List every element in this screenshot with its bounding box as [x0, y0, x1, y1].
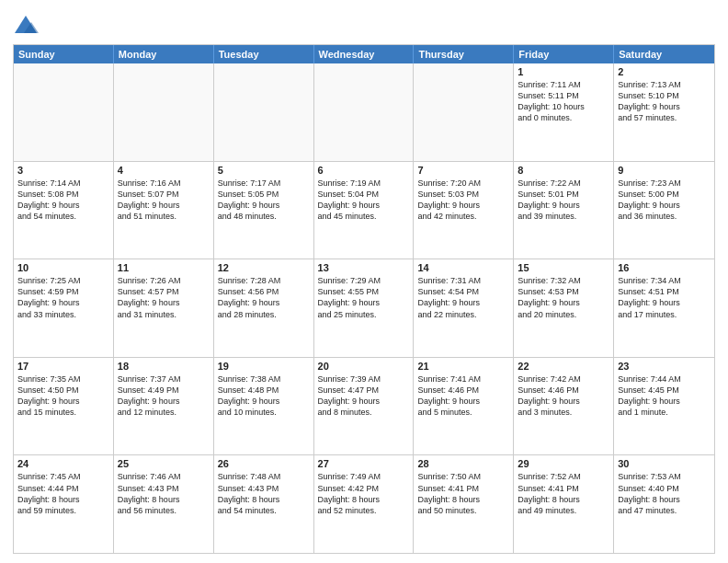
header-cell-thursday: Thursday [414, 45, 514, 63]
day-cell-16: 16Sunrise: 7:34 AM Sunset: 4:51 PM Dayli… [614, 259, 714, 357]
day-number: 22 [518, 361, 609, 372]
day-number: 7 [417, 165, 509, 176]
day-number: 17 [17, 361, 109, 372]
logo [13, 13, 42, 39]
day-info: Sunrise: 7:22 AM Sunset: 5:01 PM Dayligh… [518, 178, 609, 223]
top-section [13, 9, 715, 39]
day-cell-24: 24Sunrise: 7:45 AM Sunset: 4:44 PM Dayli… [14, 455, 114, 553]
day-number: 30 [618, 458, 711, 469]
day-info: Sunrise: 7:28 AM Sunset: 4:56 PM Dayligh… [218, 275, 310, 320]
day-info: Sunrise: 7:53 AM Sunset: 4:40 PM Dayligh… [618, 471, 711, 516]
header-cell-saturday: Saturday [614, 45, 714, 63]
day-cell-1: 1Sunrise: 7:11 AM Sunset: 5:11 PM Daylig… [514, 63, 614, 161]
day-number: 5 [218, 165, 310, 176]
day-info: Sunrise: 7:14 AM Sunset: 5:08 PM Dayligh… [17, 178, 109, 223]
header-cell-friday: Friday [514, 45, 614, 63]
day-info: Sunrise: 7:44 AM Sunset: 4:45 PM Dayligh… [618, 373, 711, 419]
calendar-row-1: 3Sunrise: 7:14 AM Sunset: 5:08 PM Daylig… [14, 161, 714, 259]
day-number: 25 [118, 458, 210, 469]
day-cell-23: 23Sunrise: 7:44 AM Sunset: 4:45 PM Dayli… [614, 358, 714, 455]
day-cell-29: 29Sunrise: 7:52 AM Sunset: 4:41 PM Dayli… [514, 455, 614, 553]
day-info: Sunrise: 7:31 AM Sunset: 4:54 PM Dayligh… [417, 275, 509, 320]
calendar-row-4: 24Sunrise: 7:45 AM Sunset: 4:44 PM Dayli… [14, 454, 714, 553]
day-cell-20: 20Sunrise: 7:39 AM Sunset: 4:47 PM Dayli… [314, 358, 415, 455]
day-info: Sunrise: 7:37 AM Sunset: 4:49 PM Dayligh… [118, 373, 210, 419]
empty-cell [414, 63, 514, 161]
day-info: Sunrise: 7:11 AM Sunset: 5:11 PM Dayligh… [518, 79, 609, 124]
day-cell-17: 17Sunrise: 7:35 AM Sunset: 4:50 PM Dayli… [14, 358, 114, 455]
day-info: Sunrise: 7:49 AM Sunset: 4:42 PM Dayligh… [318, 471, 410, 516]
day-cell-5: 5Sunrise: 7:17 AM Sunset: 5:05 PM Daylig… [214, 162, 314, 259]
header-cell-wednesday: Wednesday [314, 45, 415, 63]
day-cell-3: 3Sunrise: 7:14 AM Sunset: 5:08 PM Daylig… [14, 162, 114, 259]
empty-cell [214, 63, 314, 161]
day-cell-26: 26Sunrise: 7:48 AM Sunset: 4:43 PM Dayli… [214, 455, 314, 553]
day-info: Sunrise: 7:42 AM Sunset: 4:46 PM Dayligh… [518, 373, 609, 419]
day-info: Sunrise: 7:41 AM Sunset: 4:46 PM Dayligh… [417, 373, 509, 419]
day-cell-25: 25Sunrise: 7:46 AM Sunset: 4:43 PM Dayli… [114, 455, 214, 553]
day-number: 10 [17, 262, 109, 273]
day-info: Sunrise: 7:34 AM Sunset: 4:51 PM Dayligh… [618, 275, 711, 320]
day-info: Sunrise: 7:52 AM Sunset: 4:41 PM Dayligh… [518, 471, 609, 516]
day-number: 14 [417, 262, 509, 273]
day-info: Sunrise: 7:45 AM Sunset: 4:44 PM Dayligh… [17, 471, 109, 516]
day-number: 18 [118, 361, 210, 372]
day-info: Sunrise: 7:17 AM Sunset: 5:05 PM Dayligh… [218, 178, 310, 223]
day-cell-30: 30Sunrise: 7:53 AM Sunset: 4:40 PM Dayli… [614, 455, 714, 553]
day-cell-27: 27Sunrise: 7:49 AM Sunset: 4:42 PM Dayli… [314, 455, 415, 553]
day-number: 12 [218, 262, 310, 273]
day-cell-10: 10Sunrise: 7:25 AM Sunset: 4:59 PM Dayli… [14, 259, 114, 357]
day-info: Sunrise: 7:35 AM Sunset: 4:50 PM Dayligh… [17, 373, 109, 419]
day-number: 27 [318, 458, 410, 469]
day-number: 29 [518, 458, 609, 469]
day-number: 24 [17, 458, 109, 469]
day-number: 26 [218, 458, 310, 469]
day-number: 28 [417, 458, 509, 469]
day-number: 11 [118, 262, 210, 273]
calendar-row-2: 10Sunrise: 7:25 AM Sunset: 4:59 PM Dayli… [14, 259, 714, 357]
day-cell-18: 18Sunrise: 7:37 AM Sunset: 4:49 PM Dayli… [114, 358, 214, 455]
day-info: Sunrise: 7:46 AM Sunset: 4:43 PM Dayligh… [118, 471, 210, 516]
day-cell-11: 11Sunrise: 7:26 AM Sunset: 4:57 PM Dayli… [114, 259, 214, 357]
day-cell-4: 4Sunrise: 7:16 AM Sunset: 5:07 PM Daylig… [114, 162, 214, 259]
day-number: 21 [417, 361, 509, 372]
day-cell-19: 19Sunrise: 7:38 AM Sunset: 4:48 PM Dayli… [214, 358, 314, 455]
day-number: 9 [618, 165, 711, 176]
day-cell-12: 12Sunrise: 7:28 AM Sunset: 4:56 PM Dayli… [214, 259, 314, 357]
day-number: 2 [618, 66, 711, 77]
day-info: Sunrise: 7:48 AM Sunset: 4:43 PM Dayligh… [218, 471, 310, 516]
day-info: Sunrise: 7:38 AM Sunset: 4:48 PM Dayligh… [218, 373, 310, 419]
day-cell-22: 22Sunrise: 7:42 AM Sunset: 4:46 PM Dayli… [514, 358, 614, 455]
day-cell-9: 9Sunrise: 7:23 AM Sunset: 5:00 PM Daylig… [614, 162, 714, 259]
day-info: Sunrise: 7:20 AM Sunset: 5:03 PM Dayligh… [417, 178, 509, 223]
empty-cell [114, 63, 214, 161]
day-info: Sunrise: 7:13 AM Sunset: 5:10 PM Dayligh… [618, 79, 711, 124]
day-cell-13: 13Sunrise: 7:29 AM Sunset: 4:55 PM Dayli… [314, 259, 415, 357]
day-info: Sunrise: 7:23 AM Sunset: 5:00 PM Dayligh… [618, 178, 711, 223]
day-info: Sunrise: 7:32 AM Sunset: 4:53 PM Dayligh… [518, 275, 609, 320]
day-number: 13 [318, 262, 410, 273]
day-cell-2: 2Sunrise: 7:13 AM Sunset: 5:10 PM Daylig… [614, 63, 714, 161]
header-cell-tuesday: Tuesday [214, 45, 314, 63]
page: SundayMondayTuesdayWednesdayThursdayFrid… [0, 0, 728, 563]
day-cell-7: 7Sunrise: 7:20 AM Sunset: 5:03 PM Daylig… [414, 162, 514, 259]
day-info: Sunrise: 7:16 AM Sunset: 5:07 PM Dayligh… [118, 178, 210, 223]
day-info: Sunrise: 7:25 AM Sunset: 4:59 PM Dayligh… [17, 275, 109, 320]
empty-cell [14, 63, 114, 161]
day-number: 1 [518, 66, 609, 77]
logo-icon [13, 13, 39, 39]
day-number: 15 [518, 262, 609, 273]
day-number: 19 [218, 361, 310, 372]
calendar-header: SundayMondayTuesdayWednesdayThursdayFrid… [14, 45, 714, 63]
header-cell-monday: Monday [114, 45, 214, 63]
day-number: 23 [618, 361, 711, 372]
day-number: 16 [618, 262, 711, 273]
day-cell-14: 14Sunrise: 7:31 AM Sunset: 4:54 PM Dayli… [414, 259, 514, 357]
day-cell-21: 21Sunrise: 7:41 AM Sunset: 4:46 PM Dayli… [414, 358, 514, 455]
day-info: Sunrise: 7:26 AM Sunset: 4:57 PM Dayligh… [118, 275, 210, 320]
day-cell-15: 15Sunrise: 7:32 AM Sunset: 4:53 PM Dayli… [514, 259, 614, 357]
day-info: Sunrise: 7:50 AM Sunset: 4:41 PM Dayligh… [417, 471, 509, 516]
day-info: Sunrise: 7:39 AM Sunset: 4:47 PM Dayligh… [318, 373, 410, 419]
day-number: 6 [318, 165, 410, 176]
calendar: SundayMondayTuesdayWednesdayThursdayFrid… [13, 44, 715, 554]
